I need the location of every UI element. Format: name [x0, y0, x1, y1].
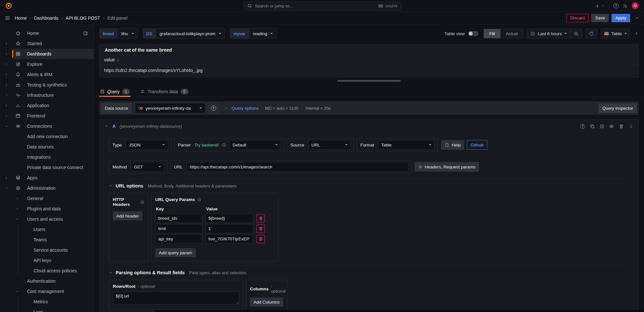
table-cell-url[interactable]: https://cdn2.thecatapi.com/images/xYLoht…	[100, 65, 639, 76]
sidebar-item-explore[interactable]: Explore	[0, 59, 94, 69]
type-select[interactable]: JSON	[126, 140, 168, 150]
sidebar-item-logs[interactable]: Logs	[0, 307, 94, 312]
breadcrumb-dashboards[interactable]: Dashboards	[34, 15, 59, 21]
param-value-input-0[interactable]	[206, 214, 253, 223]
sidebar-item-general[interactable]: General	[0, 193, 94, 204]
query-help-icon[interactable]: ?	[580, 124, 585, 129]
news-icon[interactable]	[623, 4, 628, 8]
query-history-icon[interactable]	[600, 124, 604, 129]
panel-title[interactable]: Another cat of the same breed	[100, 44, 639, 55]
help-button[interactable]: ?	[613, 3, 619, 8]
query-row-header[interactable]: A (yesoreyeram-infinity-datasource) ?	[100, 119, 639, 133]
search-input[interactable]: Search or jump to... cmd+k	[244, 2, 401, 10]
fill-option[interactable]: Fill	[484, 29, 500, 38]
datasource-select[interactable]: yesoreyeram-infinity-da	[135, 103, 205, 113]
sidebar-item-authentication[interactable]: Authentication	[0, 276, 94, 286]
menu-toggle-icon[interactable]	[5, 15, 10, 21]
chevron-right-icon[interactable]	[5, 62, 15, 66]
sidebar-item-administration[interactable]: Administration	[0, 183, 94, 193]
chevron-right-icon[interactable]	[5, 42, 15, 45]
hide-response-icon[interactable]	[609, 124, 614, 129]
actual-option[interactable]: Actual	[500, 31, 524, 36]
chevron-right-icon[interactable]	[5, 52, 15, 56]
sidebar-item-users-and-access[interactable]: Users and access	[0, 214, 94, 224]
discard-button[interactable]: Discard	[566, 14, 589, 22]
duplicate-query-icon[interactable]	[590, 124, 595, 129]
sidebar-item-cost-management[interactable]: Cost management	[0, 286, 94, 297]
sidebar-item-api-keys[interactable]: API keys	[0, 255, 94, 266]
save-button[interactable]: Save	[591, 14, 609, 22]
chevron-right-icon[interactable]	[5, 73, 15, 76]
param-value-input-1[interactable]	[206, 224, 253, 233]
delete-param-button-0[interactable]	[256, 214, 265, 223]
visualization-select[interactable]: Table	[601, 29, 630, 38]
horizontal-scrollbar[interactable]	[155, 310, 644, 312]
variable-value-select[interactable]: lihu	[118, 28, 138, 39]
user-avatar[interactable]	[632, 2, 639, 9]
collapse-header-icon[interactable]	[635, 15, 639, 20]
chevron-down-icon[interactable]	[15, 217, 27, 221]
datasource-help-button[interactable]: ?	[208, 103, 219, 113]
param-key-input-1[interactable]	[155, 224, 202, 233]
sidebar-item-cloud-access-policies[interactable]: Cloud access policies	[0, 266, 94, 276]
refresh-button[interactable]	[585, 29, 597, 38]
url-options-header[interactable]: URL options Method, Body, Additional hea…	[109, 183, 630, 188]
panel-right-icon[interactable]	[83, 31, 88, 36]
sidebar-item-apps[interactable]: Apps	[0, 173, 94, 183]
sidebar-item-infrastructure[interactable]: Infrastructure	[0, 90, 94, 100]
time-range-picker[interactable]: Last 6 hours	[527, 29, 570, 38]
sidebar-item-frontend[interactable]: Frontend	[0, 111, 94, 121]
chevron-down-icon[interactable]	[5, 186, 15, 190]
drag-query-icon[interactable]	[629, 124, 633, 129]
rows-root-input[interactable]: $[0].url	[113, 292, 239, 305]
breadcrumb-dashboard-name[interactable]: API BLOG POST	[66, 15, 100, 21]
param-key-input-2[interactable]	[155, 234, 202, 244]
table-view-toggle[interactable]	[468, 31, 478, 36]
sidebar-item-private-data-source-connect[interactable]: Private data source connect	[0, 162, 94, 173]
chevron-down-icon[interactable]	[15, 289, 27, 293]
chevron-right-icon[interactable]	[5, 93, 15, 97]
pane-resize-handle[interactable]	[337, 80, 401, 82]
sidebar-item-alerts-irm[interactable]: Alerts & IRM	[0, 69, 94, 80]
param-value-input-2[interactable]	[206, 234, 253, 244]
parser-select[interactable]: Default	[229, 140, 281, 150]
sidebar-item-metrics[interactable]: Metrics	[0, 297, 94, 307]
github-button[interactable]: Github	[467, 140, 487, 150]
param-key-input-0[interactable]	[155, 214, 202, 223]
options-pane-collapse-icon[interactable]	[634, 31, 639, 36]
add-query-param-button[interactable]: Add query param	[155, 248, 196, 257]
help-button[interactable]: Help	[441, 140, 464, 150]
sidebar-item-starred[interactable]: Starred	[0, 38, 94, 49]
sidebar-item-home[interactable]: Home	[0, 28, 94, 38]
sidebar-item-teams[interactable]: Teams	[0, 235, 94, 245]
delete-param-button-2[interactable]	[256, 235, 265, 243]
sidebar-item-testing-synthetics[interactable]: Testing & synthetics	[0, 80, 94, 90]
url-input[interactable]	[187, 162, 409, 172]
chevron-right-icon[interactable]	[5, 114, 15, 118]
sidebar-item-dashboards[interactable]: Dashboards	[0, 49, 94, 59]
delete-param-button-1[interactable]	[256, 225, 265, 233]
grafana-logo-icon[interactable]	[5, 2, 12, 9]
query-inspector-button[interactable]: Query inspector	[599, 103, 637, 113]
chevron-right-icon[interactable]	[15, 207, 27, 211]
tab-transform-data[interactable]: Transform data 0	[139, 86, 189, 97]
add-header-button[interactable]: Add header	[113, 211, 142, 220]
sidebar-item-integrations[interactable]: Integrations	[0, 152, 94, 162]
sidebar-item-add-new-connection[interactable]: Add new connection	[0, 131, 94, 142]
sidebar-item-connections[interactable]: Connections	[0, 121, 94, 131]
chevron-down-icon[interactable]	[5, 124, 15, 128]
breadcrumb-home[interactable]: Home	[15, 15, 27, 21]
chevron-right-icon[interactable]	[5, 176, 15, 180]
new-button[interactable]	[595, 4, 605, 8]
variable-value-select[interactable]: grafanacloud-tolikplays-prom	[156, 28, 225, 39]
sidebar-item-users[interactable]: Users	[0, 224, 94, 235]
sidebar-item-application[interactable]: Application	[0, 100, 94, 111]
parsing-options-header[interactable]: Parsing options & Result fields Field ty…	[109, 270, 630, 275]
sidebar-item-data-sources[interactable]: Data sources	[0, 142, 94, 152]
zoom-out-button[interactable]	[570, 29, 582, 38]
apply-button[interactable]: Apply	[611, 14, 630, 22]
add-columns-button[interactable]: Add Columns	[250, 297, 283, 307]
collapse-query-icon[interactable]	[105, 124, 109, 128]
query-options-link[interactable]: Query options	[232, 106, 259, 111]
chevron-right-icon[interactable]	[5, 83, 15, 87]
